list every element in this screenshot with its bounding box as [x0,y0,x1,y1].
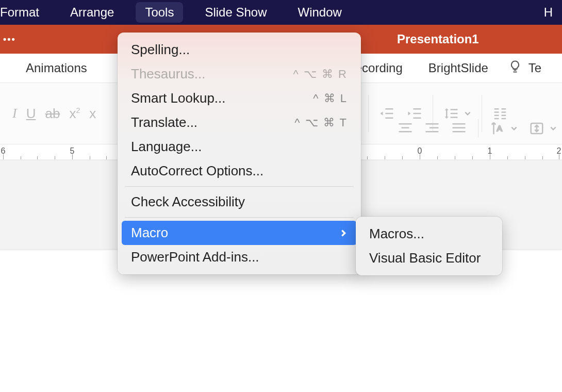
menu-autocorrect[interactable]: AutoCorrect Options... [118,159,361,183]
menu-language[interactable]: Language... [118,135,361,159]
menu-format[interactable]: Format [0,2,48,23]
menu-smart-lookup[interactable]: Smart Lookup... ^ ⌘ L [118,86,361,110]
italic-button[interactable]: I [12,106,17,121]
tab-animations[interactable]: Animations [0,61,103,75]
menu-window[interactable]: Window [289,2,351,23]
menu-separator [125,217,354,218]
align-text-button[interactable] [529,121,557,136]
menu-powerpoint-addins[interactable]: PowerPoint Add-ins... [118,245,361,269]
document-title: Presentation1 [397,32,479,46]
menu-arrange[interactable]: Arrange [61,2,123,23]
svg-text:A: A [497,124,502,133]
menu-check-accessibility[interactable]: Check Accessibility [118,190,361,214]
menu-separator [125,186,354,187]
underline-button[interactable]: U [26,106,36,122]
clear-formatting-partial[interactable]: x [89,106,96,122]
text-direction-button[interactable]: A [490,121,518,136]
tab-brightslide[interactable]: BrightSlide [418,61,504,75]
tell-me-icon[interactable] [504,59,526,77]
align-right-button[interactable] [424,121,440,136]
align-justify-button[interactable] [451,121,467,136]
align-center-button[interactable] [398,121,413,136]
tell-me-partial[interactable]: Te [526,61,543,75]
font-style-group: I U ab x2 x [5,106,103,122]
menu-tools[interactable]: Tools [136,2,183,23]
menu-macro[interactable]: Macro [122,221,357,245]
macos-menubar: Format Arrange Tools Slide Show Window H [0,0,562,25]
menu-thesaurus: Thesaurus... ^ ⌥ ⌘ R [118,62,361,86]
superscript-button[interactable]: x2 [69,106,80,122]
menu-help-partial[interactable]: H [535,2,562,23]
menu-spelling[interactable]: Spelling... [118,38,361,62]
menu-translate[interactable]: Translate... ^ ⌥ ⌘ T [118,110,361,135]
chevron-right-icon [339,229,348,237]
strikethrough-button[interactable]: ab [45,106,60,122]
decrease-indent-button[interactable] [379,106,394,121]
menu-slide-show[interactable]: Slide Show [195,2,276,23]
macro-submenu: Macros... Visual Basic Editor [356,217,502,275]
titlebar-overflow-icon[interactable]: ••• [3,34,16,45]
submenu-visual-basic-editor[interactable]: Visual Basic Editor [356,246,502,270]
submenu-macros[interactable]: Macros... [356,222,502,246]
tools-menu: Spelling... Thesaurus... ^ ⌥ ⌘ R Smart L… [118,32,361,274]
